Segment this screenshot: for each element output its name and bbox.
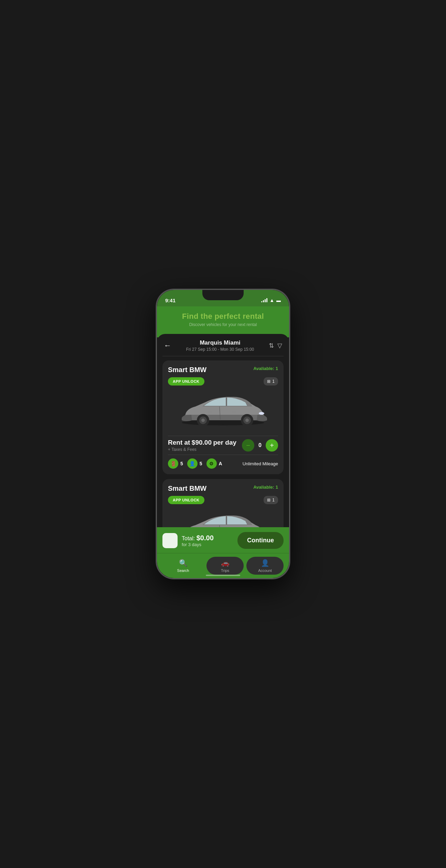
car-card-1: Smart BMW Avaliable: 1 APP UNLOCK ⊞ 1: [162, 360, 284, 474]
bottom-bar: Total: $0.00 for 3 days Continue 🔍 Searc…: [157, 527, 289, 578]
main-content: ← Marquis Miami Fri 27 Sep 15:00 - Mon 3…: [157, 334, 289, 553]
phone-frame: 9:41 ▲ ▬ Find the perfect rental Discove…: [156, 289, 290, 579]
car-name-2: Smart BMW: [168, 485, 206, 492]
qty-minus-1[interactable]: −: [242, 439, 254, 452]
taxes-text-1: + Taxes & Fees: [168, 447, 236, 452]
continue-button[interactable]: Continue: [237, 532, 284, 549]
doors-value-1: 5: [180, 461, 183, 466]
rent-label-1: Rent at $90.00 per day: [168, 439, 236, 446]
sort-button[interactable]: ⇅: [269, 342, 274, 349]
car-image-1: [168, 388, 278, 433]
car-svg-1: [175, 390, 271, 431]
mileage-text-1: Unlimited Mileage: [243, 461, 278, 466]
app-header: Find the perfect rental Discover vehicle…: [157, 306, 289, 337]
tab-search[interactable]: 🔍 Search: [164, 559, 202, 573]
dates-subtitle: Fri 27 Sep 15:00 - Mon 30 Sep 15:00: [186, 347, 254, 352]
car-card-1-header: Smart BMW Avaliable: 1: [168, 366, 278, 374]
features-row-1: 🚪 5 👤 5 ⚙ A Unlimited Mileage: [168, 458, 278, 469]
search-tab-icon: 🔍: [179, 559, 188, 567]
total-row: Total: $0.00 for 3 days Continue: [162, 532, 284, 549]
image-count-badge-1: ⊞ 1: [264, 377, 278, 386]
doors-icon-1: 🚪: [168, 458, 178, 469]
svg-point-9: [259, 412, 264, 415]
app-unlock-badge-2[interactable]: APP UNLOCK: [168, 496, 204, 504]
search-tab-label: Search: [177, 568, 189, 573]
app-unlock-badge-1[interactable]: APP UNLOCK: [168, 377, 204, 386]
scroll-content: Smart BMW Avaliable: 1 APP UNLOCK ⊞ 1: [162, 360, 284, 553]
home-indicator: [206, 575, 240, 576]
features-divider-1: [168, 455, 278, 455]
total-info: Total: $0.00 for 3 days: [182, 534, 237, 547]
car-availability-1: Avaliable: 1: [253, 366, 278, 371]
seats-value-1: 5: [200, 461, 202, 466]
app-header-title: Find the perfect rental: [165, 312, 281, 321]
status-time: 9:41: [165, 297, 176, 303]
image-count-badge-2: ⊞ 1: [264, 496, 278, 504]
pricing-row-1: Rent at $90.00 per day + Taxes & Fees − …: [168, 439, 278, 452]
svg-rect-10: [232, 411, 236, 412]
battery-icon: ▬: [276, 298, 281, 303]
svg-rect-11: [208, 411, 212, 412]
tab-trips[interactable]: 🚗 Trips: [206, 557, 244, 575]
filter-button[interactable]: ▽: [277, 342, 282, 349]
car-name-1: Smart BMW: [168, 366, 206, 374]
qty-plus-1[interactable]: +: [266, 439, 278, 452]
signal-icon: [261, 298, 267, 302]
nav-actions: ⇅ ▽: [269, 342, 282, 349]
total-label: Total: $0.00: [182, 534, 237, 542]
car-divider-1: [168, 436, 278, 436]
app-header-subtitle: Discover vehicles for your next rental: [165, 322, 281, 327]
image-count-text-1: 1: [272, 379, 275, 384]
car-availability-2: Avaliable: 1: [253, 485, 278, 490]
car-tags-row-2: APP UNLOCK ⊞ 1: [168, 496, 278, 504]
tab-bar: 🔍 Search 🚗 Trips 👤 Account: [162, 557, 284, 575]
svg-point-5: [245, 419, 249, 422]
trips-tab-icon: 🚗: [221, 559, 230, 567]
nav-title-group: Marquis Miami Fri 27 Sep 15:00 - Mon 30 …: [186, 339, 254, 352]
transmission-icon-1: ⚙: [206, 458, 217, 469]
total-days: for 3 days: [182, 542, 237, 547]
qty-control-1: − 0 +: [242, 439, 278, 452]
location-title: Marquis Miami: [186, 339, 254, 346]
wifi-icon: ▲: [269, 297, 274, 303]
trips-tab-label: Trips: [221, 568, 229, 573]
car-card-2-header: Smart BMW Avaliable: 1: [168, 485, 278, 492]
account-tab-icon: 👤: [261, 559, 269, 567]
svg-point-8: [201, 419, 205, 422]
content-nav: ← Marquis Miami Fri 27 Sep 15:00 - Mon 3…: [162, 334, 284, 355]
rent-info-1: Rent at $90.00 per day + Taxes & Fees: [168, 439, 236, 452]
phone-screen: 9:41 ▲ ▬ Find the perfect rental Discove…: [157, 290, 289, 578]
image-icon-2: ⊞: [267, 498, 270, 502]
status-icons: ▲ ▬: [261, 297, 281, 303]
image-count-text-2: 1: [272, 498, 275, 502]
total-thumbnail: [162, 533, 178, 548]
nav-divider: [162, 356, 284, 356]
seats-icon-1: 👤: [187, 458, 198, 469]
notch: [202, 290, 244, 300]
car-tags-row-1: APP UNLOCK ⊞ 1: [168, 377, 278, 386]
account-tab-label: Account: [258, 568, 272, 573]
tab-account[interactable]: 👤 Account: [246, 557, 284, 575]
back-button[interactable]: ←: [164, 341, 171, 350]
image-icon-1: ⊞: [267, 379, 270, 384]
transmission-value-1: A: [219, 461, 222, 466]
qty-value-1: 0: [258, 442, 262, 448]
